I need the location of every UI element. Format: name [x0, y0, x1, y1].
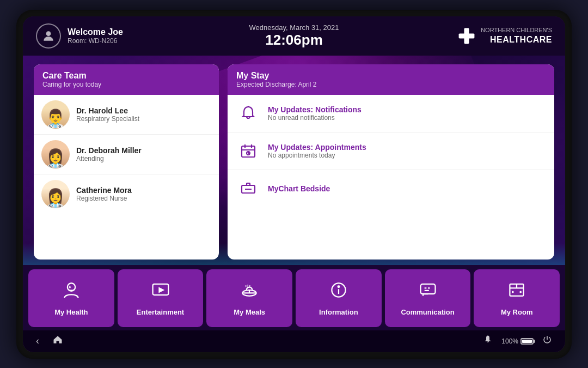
- care-team-header: Care Team Caring for you today: [34, 64, 219, 95]
- battery-indicator: 100%: [501, 337, 534, 345]
- svg-rect-14: [247, 183, 250, 185]
- my-stay-title: My Stay: [236, 71, 546, 81]
- care-name-2: Dr. Deborah Miller: [76, 146, 142, 155]
- stay-title-notifications: My Updates: Notifications: [268, 105, 362, 114]
- power-button[interactable]: [540, 333, 554, 349]
- nav-label-communication: Communication: [401, 308, 454, 316]
- bottom-nav: My Health Entertainment: [23, 265, 565, 330]
- nav-item-my-health[interactable]: My Health: [28, 269, 114, 327]
- battery-bar: [520, 338, 534, 345]
- nav-item-communication[interactable]: Communication: [385, 269, 471, 327]
- header-right: NORTHERN CHILDREN'S HEALTHCARE: [380, 26, 552, 46]
- nav-label-entertainment: Entertainment: [137, 308, 184, 316]
- date-display: Wednesday, March 31, 2021: [208, 23, 380, 32]
- svg-rect-2: [459, 33, 475, 38]
- my-stay-header: My Stay Expected Discharge: April 2: [228, 64, 554, 95]
- communication-icon: [418, 280, 438, 304]
- hospital-name: NORTHERN CHILDREN'S HEALTHCARE: [481, 27, 552, 44]
- meals-icon: [240, 280, 259, 304]
- care-role-1: Respiratory Specialist: [76, 115, 139, 123]
- information-icon: [329, 280, 348, 304]
- care-name-1: Dr. Harold Lee: [76, 106, 139, 115]
- bell-button[interactable]: [481, 333, 495, 349]
- svg-point-27: [338, 286, 339, 287]
- nav-label-my-health: My Health: [54, 308, 88, 316]
- care-avatar-3: [41, 180, 70, 208]
- hospital-name-bottom: HEALTHCARE: [481, 34, 552, 45]
- footer-bar: ‹ 100%: [23, 330, 565, 352]
- battery-fill: [522, 340, 532, 343]
- stay-item-appointments[interactable]: My Updates: Appointments No appointments…: [228, 132, 554, 170]
- time-display: 12:06pm: [208, 32, 380, 49]
- logo-cross-icon: [457, 26, 476, 46]
- nav-label-my-room: My Room: [501, 308, 533, 316]
- svg-marker-18: [158, 287, 164, 293]
- care-info-1: Dr. Harold Lee Respiratory Specialist: [76, 106, 139, 123]
- svg-rect-28: [420, 284, 435, 294]
- footer-right: 100%: [481, 333, 554, 349]
- nav-item-information[interactable]: Information: [296, 269, 382, 327]
- care-team-title: Care Team: [42, 71, 210, 81]
- care-info-2: Dr. Deborah Miller Attending: [76, 146, 142, 162]
- my-stay-body: My Updates: Notifications No unread noti…: [228, 95, 554, 260]
- room-icon: [507, 280, 526, 304]
- header-center: Wednesday, March 31, 2021 12:06pm: [208, 23, 380, 49]
- stay-title-mychart: MyChart Bedside: [268, 184, 330, 193]
- care-role-2: Attending: [76, 155, 142, 162]
- my-stay-card: My Stay Expected Discharge: April 2: [228, 64, 554, 260]
- care-item-3[interactable]: Catherine Mora Registered Nurse: [34, 174, 219, 214]
- user-avatar: [36, 23, 61, 49]
- care-name-3: Catherine Mora: [76, 186, 132, 195]
- care-avatar-1: [41, 100, 70, 129]
- care-item-2[interactable]: Dr. Deborah Miller Attending: [34, 135, 219, 174]
- nav-item-entertainment[interactable]: Entertainment: [118, 269, 204, 327]
- svg-point-0: [46, 31, 51, 36]
- tablet-device: Welcome Joe Room: WD-N206 Wednesday, Mar…: [16, 10, 572, 359]
- notifications-icon: [237, 102, 259, 124]
- stay-info-appointments: My Updates: Appointments No appointments…: [268, 143, 366, 159]
- back-button[interactable]: ‹: [34, 333, 41, 349]
- health-icon: [62, 280, 81, 304]
- room-text: Room: WD-N206: [68, 37, 123, 45]
- nav-label-information: Information: [319, 308, 358, 316]
- care-item-1[interactable]: Dr. Harold Lee Respiratory Specialist: [34, 95, 219, 135]
- user-info: Welcome Joe Room: WD-N206: [68, 27, 123, 45]
- home-button[interactable]: [50, 332, 65, 350]
- stay-item-notifications[interactable]: My Updates: Notifications No unread noti…: [228, 95, 554, 132]
- header-left: Welcome Joe Room: WD-N206: [36, 23, 208, 49]
- hospital-logo: NORTHERN CHILDREN'S HEALTHCARE: [457, 26, 552, 46]
- care-team-body: Dr. Harold Lee Respiratory Specialist Dr…: [34, 95, 219, 260]
- stay-subtitle-appointments: No appointments today: [268, 152, 366, 159]
- header: Welcome Joe Room: WD-N206 Wednesday, Mar…: [23, 16, 565, 56]
- footer-left: ‹: [34, 332, 65, 350]
- cards-area: Care Team Caring for you today Dr. Harol…: [23, 56, 565, 265]
- stay-info-notifications: My Updates: Notifications No unread noti…: [268, 105, 362, 122]
- entertainment-icon: [151, 280, 170, 304]
- battery-percent: 100%: [501, 337, 518, 345]
- welcome-text: Welcome Joe: [68, 27, 123, 37]
- screen: Welcome Joe Room: WD-N206 Wednesday, Mar…: [23, 16, 565, 352]
- care-team-subtitle: Caring for you today: [42, 81, 210, 88]
- care-info-3: Catherine Mora Registered Nurse: [76, 186, 132, 202]
- my-stay-subtitle: Expected Discharge: April 2: [236, 81, 546, 88]
- nav-item-my-meals[interactable]: My Meals: [206, 269, 292, 327]
- nav-item-my-room[interactable]: My Room: [474, 269, 560, 327]
- care-role-3: Registered Nurse: [76, 195, 132, 202]
- stay-title-appointments: My Updates: Appointments: [268, 143, 366, 152]
- main-content: Care Team Caring for you today Dr. Harol…: [23, 56, 565, 265]
- stay-subtitle-notifications: No unread notifications: [268, 114, 362, 122]
- nav-label-my-meals: My Meals: [234, 308, 265, 316]
- mychart-icon: [237, 178, 259, 200]
- stay-info-mychart: MyChart Bedside: [268, 184, 330, 193]
- care-avatar-2: [41, 140, 70, 168]
- stay-item-mychart[interactable]: MyChart Bedside: [228, 170, 554, 207]
- care-team-card: Care Team Caring for you today Dr. Harol…: [34, 64, 219, 260]
- appointments-icon: [237, 140, 259, 162]
- hospital-name-top: NORTHERN CHILDREN'S: [481, 27, 552, 34]
